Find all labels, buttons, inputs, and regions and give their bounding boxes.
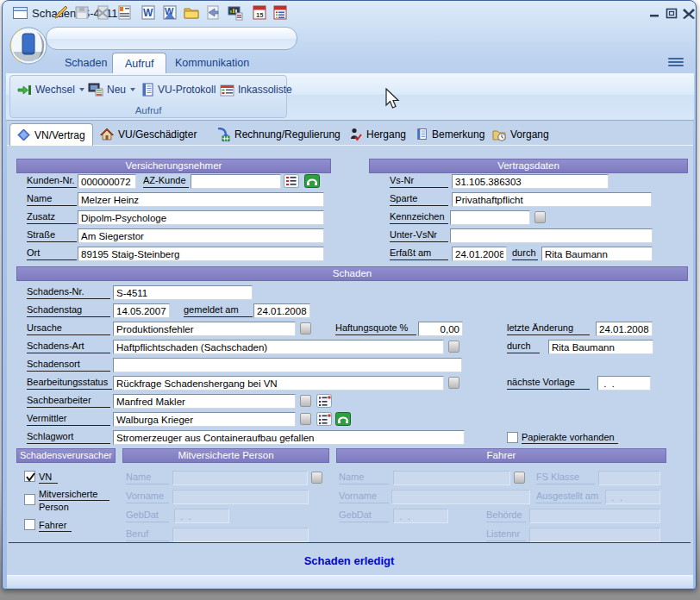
erfasst-am-label[interactable]: Erfaßt am: [390, 247, 448, 260]
vermittler-input[interactable]: [113, 412, 296, 427]
ribbon-tab-kommunikation[interactable]: Kommunikation: [163, 53, 261, 73]
word-document-icon[interactable]: W: [140, 4, 157, 21]
calendar-day-icon[interactable]: 15: [251, 4, 268, 21]
phone-contact-icon[interactable]: [304, 174, 320, 188]
phone-contact-icon[interactable]: [335, 412, 351, 426]
vs-nr-label[interactable]: Vs-Nr: [390, 175, 448, 188]
haftungsquote-label[interactable]: Haftungsquote %: [335, 322, 416, 335]
sachbearbeiter-input[interactable]: [113, 394, 296, 409]
letzte-aenderung-input[interactable]: [596, 322, 653, 336]
erfasst-am-input[interactable]: [452, 247, 507, 261]
tab-rechnung-regulierung[interactable]: Rechnung/Regulierung: [209, 123, 347, 145]
maximize-button[interactable]: [665, 8, 678, 19]
sachbearbeiter-label[interactable]: Sachbearbeiter: [27, 395, 110, 408]
schlagwort-label[interactable]: Schlagwort: [27, 431, 110, 444]
report-list-icon[interactable]: [116, 4, 133, 21]
naechste-vorlage-input[interactable]: [597, 376, 651, 391]
calendar-list-icon[interactable]: [272, 4, 289, 21]
name-input[interactable]: [78, 192, 324, 207]
edit-pencil-icon[interactable]: [52, 4, 69, 21]
schadens-nr-input[interactable]: [113, 285, 253, 300]
bearbeitungsstatus-lookup-button[interactable]: [448, 377, 459, 389]
name-label[interactable]: Name: [27, 193, 77, 206]
memo-list-icon[interactable]: [284, 174, 299, 188]
geaendert-durch-input[interactable]: [548, 340, 653, 354]
tab-vu-geschaedigter[interactable]: VU/Geschädigter: [93, 123, 203, 145]
verursacher-fahrer-checkbox[interactable]: [24, 519, 35, 530]
close-button[interactable]: [682, 8, 696, 19]
strasse-label[interactable]: Straße: [27, 229, 77, 242]
neu-button[interactable]: Neu: [88, 79, 135, 100]
inkassoliste-button[interactable]: Inkassoliste: [220, 79, 292, 100]
ort-label[interactable]: Ort: [27, 247, 77, 260]
unter-vsnr-label[interactable]: Unter-VsNr: [390, 229, 448, 242]
delete-icon[interactable]: [94, 4, 111, 21]
schadensort-label[interactable]: Schadensort: [27, 359, 110, 372]
app-orb[interactable]: [9, 26, 47, 66]
minimize-button[interactable]: [647, 8, 661, 19]
screen-report-icon[interactable]: [227, 4, 244, 21]
papierakte-label[interactable]: Papierakte vorhanden: [522, 432, 618, 444]
menu-hamburger-icon[interactable]: [666, 56, 685, 70]
zusatz-input[interactable]: [78, 210, 324, 225]
strasse-input[interactable]: [78, 228, 324, 243]
sparte-input[interactable]: [452, 192, 652, 207]
schlagwort-input[interactable]: [113, 430, 465, 445]
schadenstag-input[interactable]: [113, 303, 170, 318]
vermittler-label[interactable]: Vermittler: [27, 413, 110, 426]
schadensort-input[interactable]: [113, 358, 462, 372]
gemeldet-am-label[interactable]: gemeldet am: [184, 304, 253, 317]
folder-icon[interactable]: [183, 4, 200, 21]
wechsel-button[interactable]: Wechsel: [17, 79, 84, 100]
schadens-art-lookup-button[interactable]: [448, 341, 459, 353]
sachbearbeiter-lookup-button[interactable]: [300, 395, 311, 407]
geaendert-durch-label[interactable]: durch: [507, 341, 540, 353]
letzte-aenderung-label[interactable]: letzte Änderung: [507, 322, 590, 335]
contact-card-icon[interactable]: [316, 394, 332, 408]
schadens-nr-label[interactable]: Schadens-Nr.: [27, 286, 110, 299]
sparte-label[interactable]: Sparte: [390, 193, 448, 206]
kennzeichen-label[interactable]: Kennzeichen: [390, 211, 448, 224]
papierakte-checkbox[interactable]: [507, 432, 518, 443]
contact-card-icon[interactable]: [316, 412, 332, 426]
gemeldet-am-input[interactable]: [253, 303, 310, 318]
ribbon-tab-aufruf[interactable]: Aufruf: [112, 53, 166, 73]
verursacher-vn-label[interactable]: VN: [39, 472, 58, 484]
zusatz-label[interactable]: Zusatz: [27, 211, 77, 224]
erfasst-durch-label[interactable]: durch: [512, 247, 538, 260]
tab-vn-vertrag[interactable]: VN/Vertrag: [9, 123, 93, 146]
ribbon-tab-schaden[interactable]: Schaden: [53, 53, 119, 73]
haftungsquote-input[interactable]: [418, 322, 463, 336]
vu-protokoll-button[interactable]: VU-Protokoll: [141, 79, 216, 100]
ort-input[interactable]: [78, 247, 324, 261]
vermittler-lookup-button[interactable]: [300, 413, 311, 425]
erfasst-durch-input[interactable]: [541, 247, 653, 261]
ursache-input[interactable]: [113, 322, 296, 336]
schadens-art-label[interactable]: Schadens-Art: [27, 341, 110, 353]
schadenstag-label[interactable]: Schadenstag: [27, 304, 110, 317]
az-kunde-input[interactable]: [191, 174, 281, 189]
verursacher-vn-checkbox[interactable]: [24, 471, 35, 482]
kunden-nr-label[interactable]: Kunden-Nr.: [27, 175, 77, 188]
vs-nr-input[interactable]: [452, 174, 609, 189]
kunden-nr-input[interactable]: [78, 174, 136, 189]
tab-vorgang[interactable]: Vorgang: [485, 123, 556, 145]
verursacher-fahrer-label[interactable]: Fahrer: [39, 520, 72, 532]
bearbeitungsstatus-label[interactable]: Bearbeitungsstatus: [27, 377, 112, 390]
unter-vsnr-input[interactable]: [450, 228, 653, 243]
word-template-icon[interactable]: W: [161, 4, 178, 21]
kennzeichen-input[interactable]: [450, 210, 530, 225]
verursacher-mitversicherte-checkbox[interactable]: [24, 494, 35, 505]
ursache-label[interactable]: Ursache: [27, 322, 110, 335]
az-kunde-label[interactable]: AZ-Kunde: [143, 175, 189, 188]
verursacher-mitversicherte-label-line2[interactable]: Person: [39, 502, 69, 512]
kennzeichen-lookup-button[interactable]: [534, 211, 546, 223]
naechste-vorlage-label[interactable]: nächste Vorlage: [507, 377, 590, 390]
schadens-art-input[interactable]: [113, 340, 444, 354]
ursache-lookup-button[interactable]: [300, 322, 311, 334]
back-arrow-icon[interactable]: [204, 4, 222, 21]
save-icon[interactable]: [73, 4, 91, 21]
verursacher-mitversicherte-label-line1[interactable]: Mitversicherte: [39, 489, 109, 501]
bearbeitungsstatus-input[interactable]: [113, 376, 444, 391]
tab-bemerkung[interactable]: Bemerkung: [409, 123, 491, 145]
